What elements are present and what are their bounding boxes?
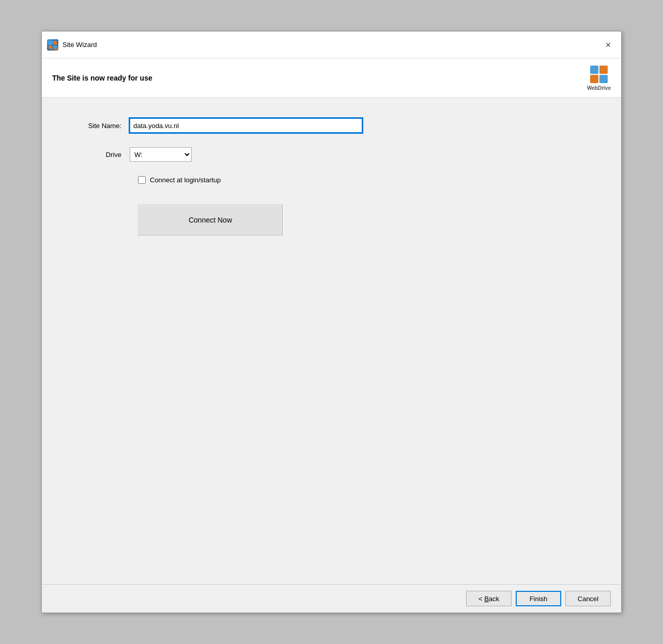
svg-rect-6	[590, 75, 598, 83]
finish-button[interactable]: Finish	[516, 591, 561, 606]
connect-startup-label: Connect at login/startup	[150, 176, 221, 184]
drive-row: Drive W: X: Y: Z:	[73, 147, 590, 162]
connect-now-button[interactable]: Connect Now	[138, 205, 283, 235]
webdrive-logo: WebDrive	[587, 65, 611, 91]
svg-rect-5	[599, 66, 608, 74]
header-bar: The Site is now ready for use WebDrive	[42, 58, 621, 98]
svg-rect-3	[53, 45, 57, 49]
drive-select[interactable]: W: X: Y: Z:	[130, 147, 192, 162]
site-name-input[interactable]	[130, 118, 362, 133]
title-bar-left: Site Wizard	[47, 39, 97, 51]
back-button-label: < Back	[479, 595, 499, 603]
connect-startup-checkbox[interactable]	[138, 176, 146, 184]
site-name-label: Site Name:	[73, 122, 130, 130]
header-title: The Site is now ready for use	[52, 74, 152, 82]
connect-startup-row: Connect at login/startup	[138, 176, 590, 184]
svg-rect-4	[590, 66, 598, 74]
back-button[interactable]: < Back	[466, 591, 512, 606]
webdrive-logo-icon	[589, 65, 609, 84]
drive-label: Drive	[73, 151, 130, 159]
app-icon	[47, 39, 58, 51]
title-bar: Site Wizard ✕	[42, 32, 621, 58]
cancel-button[interactable]: Cancel	[565, 591, 611, 606]
svg-rect-7	[599, 75, 608, 83]
content-area: Site Name: Drive W: X: Y: Z: Connect at …	[42, 98, 621, 584]
site-wizard-dialog: Site Wizard ✕ The Site is now ready for …	[41, 31, 622, 613]
close-button[interactable]: ✕	[600, 37, 616, 53]
svg-rect-1	[53, 41, 57, 44]
svg-rect-2	[49, 45, 52, 49]
connect-now-row: Connect Now	[138, 205, 590, 235]
dialog-title: Site Wizard	[63, 41, 97, 49]
site-name-row: Site Name:	[73, 118, 590, 133]
webdrive-logo-text: WebDrive	[587, 85, 611, 91]
footer: < Back Finish Cancel	[42, 584, 621, 612]
svg-rect-0	[49, 41, 53, 45]
